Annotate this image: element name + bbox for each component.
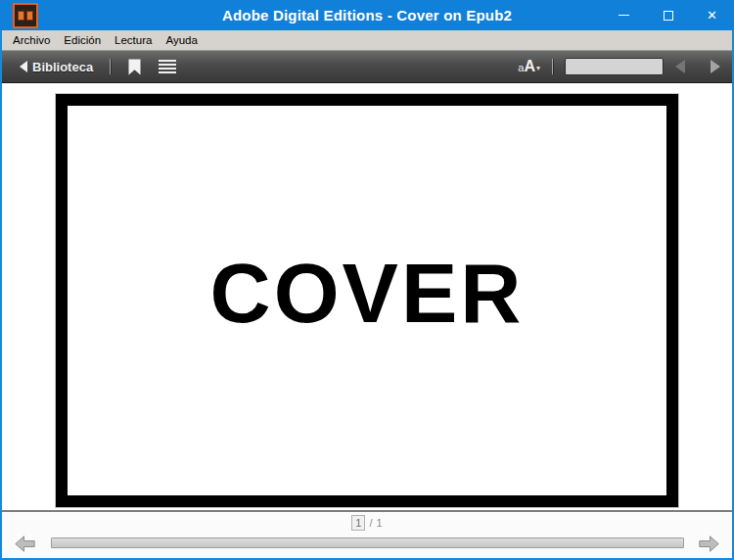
cover-title-text: COVER bbox=[210, 245, 525, 342]
reading-toolbar: Biblioteca a A ▾ bbox=[2, 51, 732, 83]
menu-lectura[interactable]: Lectura bbox=[108, 32, 159, 48]
app-icon-glyph bbox=[26, 11, 33, 21]
seek-row bbox=[2, 534, 732, 553]
table-of-contents-button[interactable] bbox=[159, 60, 176, 73]
library-back-button[interactable]: Biblioteca bbox=[20, 60, 93, 74]
app-icon-glyph bbox=[18, 11, 24, 21]
library-back-label: Biblioteca bbox=[32, 60, 93, 74]
page-separator: / bbox=[369, 517, 372, 529]
toolbar-separator bbox=[110, 59, 111, 74]
page-navigation-bar: / 1 bbox=[2, 512, 732, 558]
menu-edicion[interactable]: Edición bbox=[57, 32, 108, 48]
maximize-icon bbox=[664, 11, 673, 21]
minimize-icon bbox=[619, 15, 629, 16]
menu-ayuda[interactable]: Ayuda bbox=[159, 32, 204, 48]
page-scrollbar-thumb[interactable] bbox=[52, 538, 683, 547]
font-size-large-a: A bbox=[524, 58, 535, 75]
book-cover-page: COVER bbox=[56, 94, 678, 507]
page-scrollbar-track[interactable] bbox=[51, 537, 684, 548]
menu-bar: Archivo Edición Lectura Ayuda bbox=[2, 30, 732, 51]
ade-window: Adobe Digital Editions - Cover on Epub2 … bbox=[0, 0, 734, 560]
total-pages-label: 1 bbox=[376, 517, 382, 529]
next-page-button[interactable] bbox=[699, 536, 719, 552]
chevron-down-icon: ▾ bbox=[536, 64, 540, 72]
bookmark-button[interactable] bbox=[128, 59, 141, 75]
toolbar-separator bbox=[552, 59, 553, 74]
page-indicator: / 1 bbox=[2, 515, 732, 531]
maximize-button[interactable] bbox=[646, 0, 690, 30]
app-icon bbox=[13, 3, 38, 28]
back-arrow-icon bbox=[20, 61, 27, 72]
toc-icon bbox=[159, 60, 176, 62]
current-page-input[interactable] bbox=[351, 515, 365, 531]
previous-page-button[interactable] bbox=[15, 536, 35, 552]
search-input[interactable] bbox=[565, 58, 664, 75]
font-size-button[interactable]: a A ▾ bbox=[518, 58, 540, 75]
bookmark-icon bbox=[128, 59, 141, 75]
menu-archivo[interactable]: Archivo bbox=[6, 32, 57, 48]
minimize-button[interactable] bbox=[602, 0, 646, 30]
reading-pane: COVER bbox=[2, 83, 732, 510]
close-button[interactable]: ✕ bbox=[690, 0, 734, 30]
search-previous-button[interactable] bbox=[675, 60, 685, 73]
search-next-button[interactable] bbox=[711, 60, 720, 73]
title-bar: Adobe Digital Editions - Cover on Epub2 … bbox=[0, 0, 734, 30]
close-icon: ✕ bbox=[707, 9, 717, 22]
window-controls: ✕ bbox=[602, 0, 734, 30]
